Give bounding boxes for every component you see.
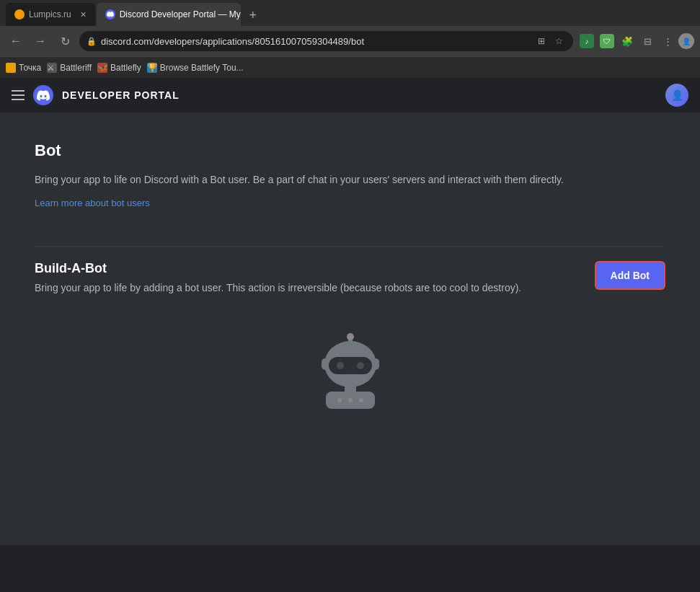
bookmark-browse-battlefy[interactable]: 🏆 Browse Battlefy Tou... [147,63,244,73]
shield-icon: 🛡 [600,34,614,48]
tabs-bar: 🟠 Lumpics.ru ✕ Discord Developer Portal … [0,0,700,26]
hamburger-menu[interactable] [12,90,25,100]
translate-icon[interactable]: ⊞ [534,34,549,48]
hamburger-line [12,90,25,92]
battleriff-favicon: ⚔ [47,63,57,73]
svg-rect-8 [322,358,329,370]
section-divider [35,246,665,247]
profile-avatar[interactable]: 👤 [678,33,694,49]
bookmark-battleriff[interactable]: ⚔ Battleriff [47,63,92,73]
tab-lumpics[interactable]: 🟠 Lumpics.ru ✕ [6,3,95,26]
svg-point-5 [337,362,344,369]
address-icons: ⊞ ☆ [534,34,566,48]
lumpics-favicon: 🟠 [14,9,25,19]
svg-point-14 [359,398,363,402]
reload-button[interactable]: ↻ [55,31,75,51]
user-avatar[interactable]: 👤 [665,84,688,107]
puzzle-icon[interactable]: 🧩 [618,32,637,50]
browser-right-icons: ♪ 🛡 🧩 ⊟ ⋮ 👤 [577,32,694,50]
media-icon[interactable]: ⊟ [638,32,657,50]
hamburger-line [12,99,25,100]
build-a-bot-description: Bring your app to life by adding a bot u… [35,282,539,293]
discord-header: DEVELOPER PORTAL 👤 [0,78,700,112]
bookmarks-bar: Точка ⚔ Battleriff 🦋 Battlefly 🏆 Browse … [0,56,700,78]
svg-point-2 [347,333,354,340]
bookmark-battleriff-label: Battleriff [60,63,92,73]
tochka-favicon [6,63,16,73]
discord-logo [33,85,53,105]
bookmark-tochka[interactable]: Точка [6,63,41,73]
shield-ext-icon[interactable]: 🛡 [598,32,616,50]
music-ext-icon[interactable]: ♪ [577,32,596,50]
build-a-bot-header: Build-A-Bot Bring your app to life by ad… [35,261,665,293]
tab-lumpics-label: Lumpics.ru [29,9,71,19]
bot-section: Bot Bring your app to life on Discord wi… [35,141,665,231]
discord-favicon [105,9,115,19]
svg-point-7 [357,362,364,369]
add-bot-button[interactable]: Add Bot [596,262,664,288]
address-input-wrap[interactable]: 🔒 discord.com/developers/applications/80… [79,31,573,51]
browse-favicon: 🏆 [147,63,157,73]
hamburger-line [12,94,25,96]
svg-rect-10 [345,386,356,392]
bookmark-battlefly-label: Battlefly [110,63,141,73]
svg-point-12 [337,398,342,402]
bot-section-description: Bring your app to life on Discord with a… [35,172,626,187]
bookmark-browse-label: Browse Battlefy Tou... [160,63,244,73]
bookmark-battlefly[interactable]: 🦋 Battlefly [97,63,141,73]
robot-illustration [35,322,665,423]
portal-title: DEVELOPER PORTAL [62,89,180,101]
tab-discord-label: Discord Developer Portal — My / [120,9,241,19]
add-bot-button-highlight: Add Bot [595,261,665,290]
tab-discord[interactable]: Discord Developer Portal — My / ✕ [97,3,241,26]
battlefly-favicon: 🦋 [97,63,107,73]
forward-button[interactable]: → [30,31,50,51]
learn-more-link[interactable]: Learn more about bot users [35,198,150,208]
back-button[interactable]: ← [6,31,26,51]
svg-rect-9 [372,358,379,370]
svg-point-13 [348,398,353,402]
bookmark-tochka-label: Точка [19,63,41,73]
music-icon: ♪ [580,34,594,48]
browser-chrome: 🟠 Lumpics.ru ✕ Discord Developer Portal … [0,0,700,78]
menu-icon[interactable]: ⋮ [658,32,677,50]
lock-icon: 🔒 [87,37,97,46]
build-a-bot-title: Build-A-Bot [35,261,580,276]
tab-lumpics-close[interactable]: ✕ [80,10,87,19]
build-a-bot-section: Build-A-Bot Bring your app to life by ad… [35,261,665,423]
build-a-bot-text: Build-A-Bot Bring your app to life by ad… [35,261,580,293]
new-tab-button[interactable]: + [242,4,264,26]
address-bar: ← → ↻ 🔒 discord.com/developers/applicati… [0,26,700,56]
robot-svg [300,322,401,423]
bookmark-star-icon[interactable]: ☆ [551,34,566,48]
discord-app: DEVELOPER PORTAL 👤 Bot Bring your app to… [0,78,700,545]
discord-main-content: Bot Bring your app to life on Discord wi… [0,112,700,545]
address-text: discord.com/developers/applications/8051… [101,36,530,47]
bot-section-title: Bot [35,141,665,160]
